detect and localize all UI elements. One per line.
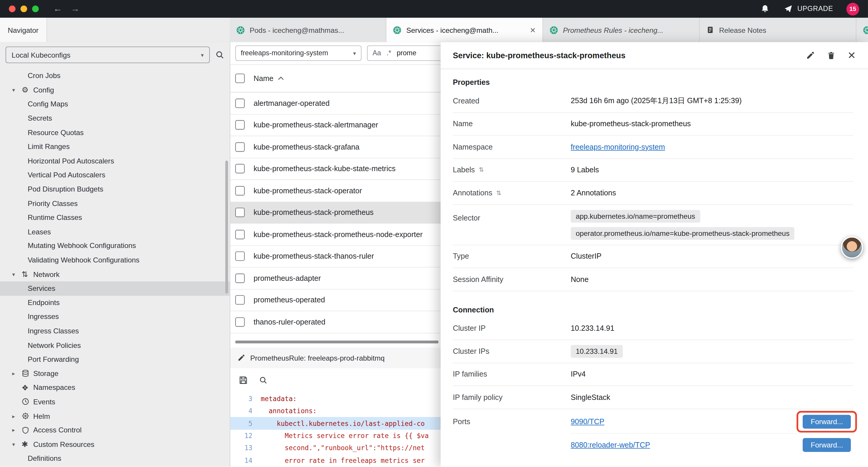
row-checkbox[interactable] xyxy=(235,164,245,174)
tab[interactable]: Release Notes ✕ xyxy=(700,18,856,42)
sidebar-item[interactable]: Cron Jobs xyxy=(0,68,230,83)
service-row[interactable]: thanos-ruler-operated xyxy=(230,311,440,333)
port-link[interactable]: 8080:reloader-web/TCP xyxy=(571,441,650,449)
cluster-ips-row: Cluster IPs 10.233.14.91 xyxy=(453,340,854,363)
sidebar-item[interactable]: ▸ Access Control xyxy=(0,423,230,437)
sidebar-item[interactable]: Runtime Classes xyxy=(0,210,230,225)
sidebar-item[interactable]: Config Maps xyxy=(0,97,230,111)
name-column-header[interactable]: Name xyxy=(253,74,284,83)
sort-toggle-icon[interactable]: ⇅ xyxy=(496,189,501,196)
edit-button[interactable] xyxy=(806,51,815,60)
sidebar-item[interactable]: ▾ ✱ Custom Resources xyxy=(0,437,230,451)
service-row[interactable]: kube-prometheus-stack-alertmanager xyxy=(230,114,440,136)
sidebar-item[interactable]: ▾ ⇅ Network xyxy=(0,267,230,282)
sidebar-item[interactable]: ▸ Helm xyxy=(0,409,230,423)
sidebar-item[interactable]: Ingresses xyxy=(0,310,230,324)
sidebar-item[interactable]: Horizontal Pod Autoscalers xyxy=(0,154,230,168)
sidebar-item[interactable]: Events xyxy=(0,395,230,409)
editor-tab[interactable]: PrometheusRule: freeleaps-prod-rabbitmq xyxy=(230,348,440,368)
code-line: 13 second.","runbook_url":"https://net xyxy=(230,442,440,455)
delete-button[interactable] xyxy=(827,51,835,59)
row-checkbox[interactable] xyxy=(235,120,245,130)
service-row[interactable]: kube-prometheus-stack-prometheus-node-ex… xyxy=(230,224,440,245)
sidebar-item[interactable]: Pod Disruption Budgets xyxy=(0,182,230,196)
name-label: Name xyxy=(453,120,571,128)
sidebar-item[interactable]: Secrets xyxy=(0,111,230,125)
sidebar-item[interactable]: Mutating Webhook Configurations xyxy=(0,239,230,253)
row-checkbox[interactable] xyxy=(235,98,245,108)
match-case-toggle[interactable]: Aa xyxy=(373,49,381,57)
select-all-checkbox[interactable] xyxy=(235,74,245,83)
yaml-editor[interactable]: 3 metadata: 4 annotations: 5 kubectl.kub… xyxy=(230,392,440,467)
services-panel: freeleaps-monitoring-system ▾ Aa .* prom… xyxy=(230,42,440,467)
type-value: ClusterIP xyxy=(571,252,854,260)
table-horizontal-scrollbar[interactable] xyxy=(235,340,438,343)
tab[interactable]: Pods - icecheng@mathmas... ✕ xyxy=(230,18,386,42)
sidebar-item[interactable]: Vertical Pod Autoscalers xyxy=(0,168,230,182)
back-arrow-icon[interactable]: ← xyxy=(53,4,62,13)
sidebar-item[interactable]: Priority Classes xyxy=(0,196,230,210)
sidebar-item[interactable]: ❖ Namespaces xyxy=(0,380,230,395)
service-row[interactable]: kube-prometheus-stack-prometheus xyxy=(230,202,440,224)
sidebar-item[interactable]: Limit Ranges xyxy=(0,140,230,154)
sidebar-item[interactable]: Port Forwarding xyxy=(0,352,230,366)
notification-badge[interactable]: 15 xyxy=(846,2,859,15)
sidebar-item[interactable]: Ingress Classes xyxy=(0,324,230,338)
sidebar-item[interactable]: Services xyxy=(0,282,230,296)
sidebar-item[interactable]: ▾ ⚙ Config xyxy=(0,83,230,97)
regex-toggle[interactable]: .* xyxy=(386,49,391,57)
row-checkbox[interactable] xyxy=(235,295,245,305)
service-row[interactable]: alertmanager-operated xyxy=(230,92,440,114)
row-checkbox[interactable] xyxy=(235,252,245,261)
sidebar-tree: Cron Jobs ▾ ⚙ Config Config Maps xyxy=(0,68,230,466)
service-row[interactable]: prometheus-adapter xyxy=(230,267,440,289)
minimize-window-button[interactable] xyxy=(20,6,27,12)
row-checkbox[interactable] xyxy=(235,230,245,239)
service-row[interactable]: kube-prometheus-stack-operator xyxy=(230,180,440,202)
forward-button[interactable]: Forward... xyxy=(803,414,851,428)
service-row[interactable]: prometheus-operated xyxy=(230,289,440,311)
sidebar-scrollbar[interactable] xyxy=(225,160,228,293)
tab-strip: Navigator Pods - icecheng@mathmas... ✕ S… xyxy=(0,18,868,42)
row-checkbox[interactable] xyxy=(235,142,245,152)
service-row[interactable]: kube-prometheus-stack-thanos-ruler xyxy=(230,245,440,267)
upgrade-label: UPGRADE xyxy=(797,5,833,13)
sidebar-item[interactable]: Resource Quotas xyxy=(0,125,230,140)
row-checkbox[interactable] xyxy=(235,317,245,327)
forward-button[interactable]: Forward... xyxy=(803,438,851,451)
tab[interactable]: Services - icecheng@math... ✕ xyxy=(386,18,543,42)
close-tab-icon[interactable]: ✕ xyxy=(530,26,536,34)
table-search-input[interactable]: Aa .* prome xyxy=(367,46,440,61)
namespace-link[interactable]: freeleaps-monitoring-system xyxy=(571,143,665,151)
sort-toggle-icon[interactable]: ⇅ xyxy=(478,167,484,174)
service-row[interactable]: kube-prometheus-stack-kube-state-metrics xyxy=(230,158,440,180)
zoom-window-button[interactable] xyxy=(32,6,39,12)
sidebar-item[interactable]: Definitions xyxy=(0,451,230,466)
search-query-text: prome xyxy=(397,49,416,57)
row-checkbox[interactable] xyxy=(235,186,245,195)
kubeconfig-selector[interactable]: Local Kubeconfigs ▾ xyxy=(6,47,210,63)
sidebar-item[interactable]: Validating Webhook Configurations xyxy=(0,253,230,267)
save-icon[interactable] xyxy=(239,376,248,385)
namespace-filter-select[interactable]: freeleaps-monitoring-system ▾ xyxy=(235,46,361,61)
upgrade-button[interactable]: UPGRADE xyxy=(784,4,833,13)
search-icon[interactable] xyxy=(215,51,224,59)
forward-arrow-icon[interactable]: → xyxy=(71,4,80,13)
tab[interactable]: Prometheus Rules - icecheng... ✕ xyxy=(543,18,700,42)
sidebar-item[interactable]: Endpoints xyxy=(0,296,230,310)
cluster-ips-label: Cluster IPs xyxy=(453,347,571,355)
avatar[interactable] xyxy=(841,236,863,259)
namespaces-icon: ❖ xyxy=(22,383,33,392)
sidebar-item[interactable]: ▸ Storage xyxy=(0,366,230,380)
row-checkbox[interactable] xyxy=(235,273,245,283)
close-window-button[interactable] xyxy=(9,6,16,12)
sidebar-item[interactable]: Leases xyxy=(0,225,230,239)
port-link[interactable]: 9090/TCP xyxy=(571,417,604,426)
editor-search-icon[interactable] xyxy=(259,376,267,384)
tab[interactable]: Argo Se ✕ xyxy=(857,18,868,42)
close-drawer-button[interactable]: ✕ xyxy=(847,51,856,61)
service-row[interactable]: kube-prometheus-stack-grafana xyxy=(230,136,440,158)
row-checkbox[interactable] xyxy=(235,208,245,217)
sidebar-item[interactable]: Network Policies xyxy=(0,338,230,352)
notifications-bell-icon[interactable] xyxy=(761,4,770,13)
